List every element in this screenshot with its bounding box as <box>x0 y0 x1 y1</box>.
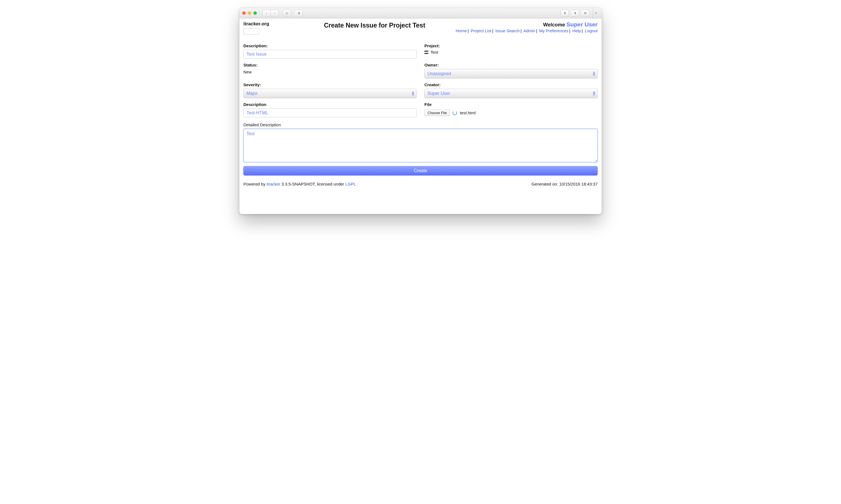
tabs-icon: ⧉ <box>584 12 586 15</box>
zoom-window-button[interactable] <box>253 12 257 15</box>
current-user-name: Super User <box>566 21 598 28</box>
field-description: Description: <box>243 43 417 59</box>
chosen-filename: test.html <box>460 110 476 115</box>
nav-sep: | <box>569 29 570 33</box>
share-icon: ⬆ <box>574 12 577 15</box>
new-tab-button[interactable]: + <box>593 8 599 18</box>
severity-label: Severity: <box>243 82 417 87</box>
field-project: Project: Test <box>424 43 598 59</box>
footer-right: Generated on: 10/15/2016 18:43:37 <box>531 182 598 186</box>
reader-icon: ≣ <box>298 12 300 15</box>
owner-selected: Unassigned <box>427 71 451 76</box>
titlebar-right-group: ⬇ ⬆ ⧉ + <box>561 8 599 18</box>
project-icon <box>424 51 428 54</box>
detailed-description-textarea[interactable] <box>243 129 598 162</box>
forward-icon: › <box>274 12 275 15</box>
page-header: itracker.org Create New Issue for Projec… <box>243 21 598 35</box>
reader-button[interactable]: ≣ <box>295 10 303 16</box>
file-row: Choose File test.html <box>424 110 598 116</box>
nav-help[interactable]: Help <box>572 29 581 33</box>
share-button[interactable]: ⬆ <box>571 10 579 16</box>
back-icon: ‹ <box>266 12 267 15</box>
detailed-description-label: Detailed Description <box>243 122 598 127</box>
severity-selected: Major <box>246 91 258 96</box>
severity-select[interactable]: Major <box>243 89 417 98</box>
site-brand: itracker.org <box>243 21 293 27</box>
downloads-button[interactable]: ⬇ <box>561 10 569 16</box>
creator-label: Creator: <box>424 82 598 87</box>
field-creator: Creator: Super User <box>424 82 598 98</box>
nav-home[interactable]: Home <box>456 29 467 33</box>
issue-form: Description: Project: Test Status: New O… <box>243 43 598 176</box>
footer: Powered by itracker 3.3.5-SNAPSHOT, lice… <box>243 182 598 186</box>
nav-sep: | <box>582 29 583 33</box>
top-nav: Home| Project List| Issue Search| Admin|… <box>456 29 598 33</box>
attachment-description-input[interactable] <box>243 108 417 118</box>
chevron-updown-icon <box>593 72 595 75</box>
close-window-button[interactable] <box>242 12 246 15</box>
field-description2: Description <box>243 102 417 118</box>
nav-sep: | <box>467 29 469 33</box>
creator-selected: Super User <box>427 91 450 96</box>
back-button[interactable]: ‹ <box>262 10 271 16</box>
create-button[interactable]: Create <box>243 166 598 176</box>
version-suffix: 3.3.5-SNAPSHOT, licensed under <box>280 182 345 186</box>
plus-icon: + <box>595 11 597 16</box>
nav-admin[interactable]: Admin <box>523 29 535 33</box>
footer-left: Powered by itracker 3.3.5-SNAPSHOT, lice… <box>243 182 356 186</box>
project-label: Project: <box>424 43 598 48</box>
nav-sep: | <box>520 29 521 33</box>
window-titlebar: ‹ › ◫ ≣ ⬇ ⬆ ⧉ + <box>240 8 601 18</box>
description-input[interactable] <box>243 50 417 59</box>
field-file: File Choose File test.html <box>424 102 598 118</box>
minimize-window-button[interactable] <box>248 12 251 15</box>
status-label: Status: <box>243 62 417 67</box>
tabs-button[interactable]: ⧉ <box>582 10 589 16</box>
owner-label: Owner: <box>424 62 598 67</box>
welcome-line: Welcome Super User <box>456 21 598 28</box>
owner-select[interactable]: Unassigned <box>424 69 598 78</box>
generated-label: Generated on: <box>531 182 559 186</box>
field-severity: Severity: Major <box>243 82 417 98</box>
traffic-lights <box>242 12 257 15</box>
field-detailed-description: Detailed Description <box>243 121 598 162</box>
download-icon: ⬇ <box>564 12 566 15</box>
file-label: File <box>424 102 598 107</box>
nav-sep: | <box>536 29 537 33</box>
nav-logout[interactable]: Logout <box>585 29 598 33</box>
header-left: itracker.org <box>243 21 293 35</box>
welcome-label: Welcome <box>543 22 565 28</box>
nav-my-preferences[interactable]: My Preferences <box>539 29 568 33</box>
page-title: Create New Issue for Project Test <box>293 21 456 29</box>
status-value: New <box>243 69 417 74</box>
license-link[interactable]: LGPL <box>345 182 356 186</box>
description-label: Description: <box>243 43 417 48</box>
chevron-updown-icon <box>593 92 595 95</box>
field-status: Status: New <box>243 62 417 78</box>
forward-button[interactable]: › <box>271 10 279 16</box>
sidebar-toggle-button[interactable]: ◫ <box>282 10 291 16</box>
nav-project-list[interactable]: Project List <box>470 29 491 33</box>
brand-search-box[interactable] <box>243 29 259 35</box>
chevron-updown-icon <box>412 92 414 95</box>
nav-issue-search[interactable]: Issue Search <box>495 29 520 33</box>
browser-window: ‹ › ◫ ≣ ⬇ ⬆ ⧉ + itracker.org Create New … <box>239 8 602 214</box>
powered-by-prefix: Powered by <box>243 182 267 186</box>
project-value: Test <box>430 50 438 55</box>
project-value-row: Test <box>424 50 598 55</box>
loading-spinner-icon <box>452 111 457 115</box>
creator-select[interactable]: Super User <box>424 89 598 98</box>
product-link[interactable]: itracker <box>267 182 280 186</box>
generated-timestamp: 10/15/2016 18:43:37 <box>559 182 598 186</box>
header-right: Welcome Super User Home| Project List| I… <box>456 21 598 33</box>
sidebar-icon: ◫ <box>286 12 288 15</box>
attachment-description-label: Description <box>243 102 417 107</box>
field-owner: Owner: Unassigned <box>424 62 598 78</box>
nav-back-forward: ‹ › <box>262 10 279 16</box>
nav-sep: | <box>492 29 494 33</box>
page-content: itracker.org Create New Issue for Projec… <box>240 18 601 214</box>
choose-file-button[interactable]: Choose File <box>424 110 450 116</box>
